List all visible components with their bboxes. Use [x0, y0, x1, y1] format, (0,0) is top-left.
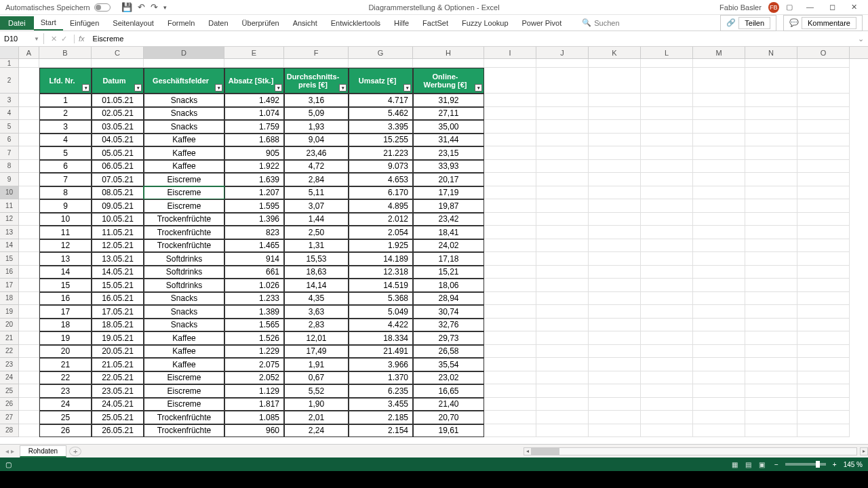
table-cell[interactable]: 17.05.21	[92, 305, 144, 319]
row-header[interactable]: 15	[0, 252, 19, 266]
table-cell[interactable]: 13	[39, 252, 92, 266]
table-cell[interactable]: 4.653	[349, 173, 413, 186]
table-cell[interactable]: 9.073	[349, 160, 413, 174]
table-cell[interactable]: Kaffee	[144, 146, 224, 160]
table-cell[interactable]: 09.05.21	[92, 199, 144, 213]
table-cell[interactable]: Eiscreme	[144, 199, 224, 213]
table-cell[interactable]: 3,63	[284, 305, 349, 319]
table-cell[interactable]: 7	[39, 173, 92, 186]
table-cell[interactable]: 3.966	[349, 358, 413, 371]
table-cell[interactable]: 4.895	[349, 199, 413, 213]
table-cell[interactable]: 960	[224, 424, 284, 438]
fx-icon[interactable]: fx	[75, 35, 89, 43]
row-header[interactable]: 13	[0, 226, 19, 239]
chevron-down-icon[interactable]: ▼	[34, 36, 39, 42]
table-cell[interactable]: 1.085	[224, 411, 284, 424]
row-header[interactable]: 7	[0, 146, 19, 160]
table-cell[interactable]: 26,58	[413, 345, 484, 359]
table-cell[interactable]: 2,50	[284, 226, 349, 239]
table-cell[interactable]: 1.233	[224, 292, 284, 306]
table-cell[interactable]: 5	[39, 146, 92, 160]
table-cell[interactable]: 2.075	[224, 358, 284, 371]
ribbon-mode-icon[interactable]: ▢	[786, 3, 793, 12]
table-cell[interactable]: 5,09	[284, 107, 349, 121]
column-header[interactable]: D	[144, 47, 224, 58]
row-header[interactable]: 20	[0, 319, 19, 332]
table-cell[interactable]: Kaffee	[144, 345, 224, 359]
table-header[interactable]: Absatz [Stk.]▾	[224, 68, 284, 94]
table-cell[interactable]: 21.05.21	[92, 358, 144, 371]
table-cell[interactable]: Kaffee	[144, 358, 224, 371]
table-cell[interactable]: 6	[39, 160, 92, 174]
table-cell[interactable]: 14,14	[284, 279, 349, 292]
row-header[interactable]: 26	[0, 398, 19, 411]
tab-daten[interactable]: Daten	[201, 16, 235, 30]
table-cell[interactable]: 1,93	[284, 120, 349, 134]
table-cell[interactable]: 28,94	[413, 292, 484, 306]
table-cell[interactable]: Kaffee	[144, 134, 224, 147]
tab-fuzzy lookup[interactable]: Fuzzy Lookup	[455, 16, 515, 30]
table-cell[interactable]: 1.565	[224, 319, 284, 332]
table-cell[interactable]: 914	[224, 252, 284, 266]
table-cell[interactable]: 1,91	[284, 358, 349, 371]
zoom-out-button[interactable]: −	[774, 461, 778, 468]
table-cell[interactable]: 1.129	[224, 384, 284, 398]
table-cell[interactable]: 10	[39, 213, 92, 226]
table-cell[interactable]: 33,93	[413, 160, 484, 174]
column-header[interactable]: F	[284, 47, 349, 58]
filter-icon[interactable]: ▾	[82, 84, 90, 92]
table-cell[interactable]: 1.688	[224, 134, 284, 147]
table-cell[interactable]: 2.012	[349, 213, 413, 226]
column-header[interactable]: A	[19, 47, 39, 58]
table-cell[interactable]: 15,53	[284, 252, 349, 266]
column-header[interactable]: N	[745, 47, 797, 58]
table-cell[interactable]: 13.05.21	[92, 252, 144, 266]
table-cell[interactable]: Softdrinks	[144, 266, 224, 279]
row-header[interactable]: 16	[0, 266, 19, 279]
table-cell[interactable]: 30,74	[413, 305, 484, 319]
page-break-icon[interactable]: ▣	[756, 461, 768, 468]
table-cell[interactable]: 1.465	[224, 239, 284, 253]
table-cell[interactable]: 3,16	[284, 94, 349, 107]
avatar[interactable]: FB	[768, 2, 779, 13]
row-header[interactable]: 24	[0, 371, 19, 385]
row-header[interactable]: 27	[0, 411, 19, 424]
table-cell[interactable]: 04.05.21	[92, 134, 144, 147]
table-cell[interactable]: Softdrinks	[144, 252, 224, 266]
table-cell[interactable]: 24.05.21	[92, 398, 144, 411]
table-cell[interactable]: 35,54	[413, 358, 484, 371]
table-cell[interactable]: 21.223	[349, 146, 413, 160]
table-cell[interactable]: 24	[39, 398, 92, 411]
table-cell[interactable]: 21	[39, 358, 92, 371]
table-cell[interactable]: 5,11	[284, 186, 349, 200]
sheet-tab-active[interactable]: Rohdaten	[20, 445, 66, 458]
tab-formeln[interactable]: Formeln	[161, 16, 201, 30]
table-cell[interactable]: 8	[39, 186, 92, 200]
table-cell[interactable]: 2,83	[284, 319, 349, 332]
table-cell[interactable]: 23,15	[413, 146, 484, 160]
table-cell[interactable]: 661	[224, 266, 284, 279]
table-cell[interactable]: 4.422	[349, 319, 413, 332]
table-cell[interactable]: 1,44	[284, 213, 349, 226]
table-cell[interactable]: 2.185	[349, 411, 413, 424]
table-cell[interactable]: 19,87	[413, 199, 484, 213]
table-cell[interactable]: 35,00	[413, 120, 484, 134]
table-cell[interactable]: 08.05.21	[92, 186, 144, 200]
table-cell[interactable]: 16.05.21	[92, 292, 144, 306]
row-header[interactable]: 8	[0, 160, 19, 174]
filter-icon[interactable]: ▾	[339, 84, 347, 92]
table-cell[interactable]: Snacks	[144, 292, 224, 306]
table-cell[interactable]: 4,35	[284, 292, 349, 306]
table-cell[interactable]: 27,11	[413, 107, 484, 121]
row-header[interactable]: 3	[0, 94, 19, 107]
table-header[interactable]: Durchschnitts-preis [€]▾	[284, 68, 349, 94]
table-cell[interactable]: 14.189	[349, 252, 413, 266]
table-cell[interactable]: 12	[39, 239, 92, 253]
row-header[interactable]: 5	[0, 120, 19, 134]
table-cell[interactable]: 12,01	[284, 331, 349, 345]
table-cell[interactable]: 5.462	[349, 107, 413, 121]
table-cell[interactable]: 6.235	[349, 384, 413, 398]
table-cell[interactable]: 22.05.21	[92, 371, 144, 385]
table-cell[interactable]: 32,76	[413, 319, 484, 332]
table-header[interactable]: Lfd. Nr.▾	[39, 68, 92, 94]
